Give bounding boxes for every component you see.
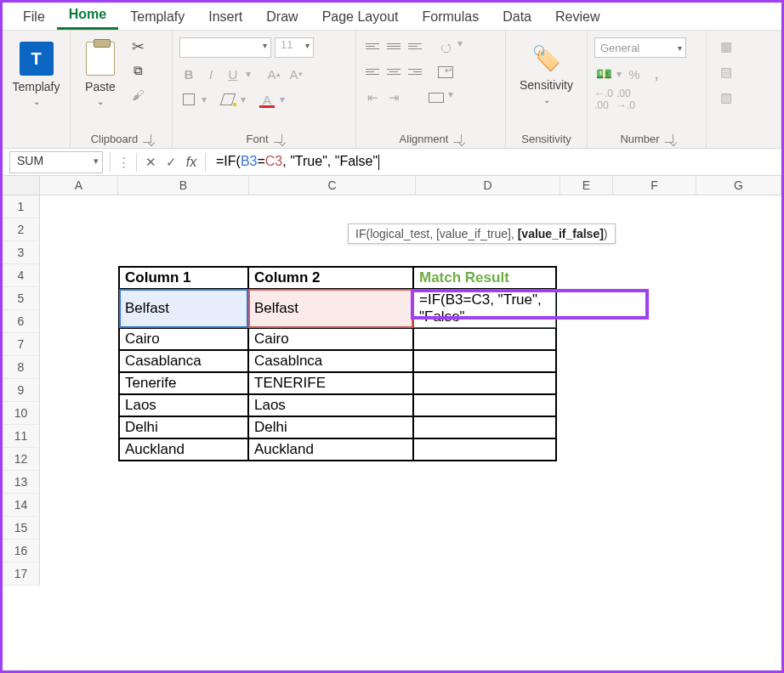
row-header-13[interactable]: 13 xyxy=(3,471,40,494)
row-header-16[interactable]: 16 xyxy=(3,540,40,563)
menu-review[interactable]: Review xyxy=(543,6,611,30)
cell-C9[interactable]: Auckland xyxy=(248,438,413,461)
format-table-icon[interactable]: ▤ xyxy=(717,63,736,82)
cell-B9[interactable]: Auckland xyxy=(119,438,248,461)
templafy-button[interactable]: T Templafy ⌄ xyxy=(7,37,65,110)
dialog-launcher-icon[interactable] xyxy=(665,134,673,143)
menu-data[interactable]: Data xyxy=(491,6,543,30)
dialog-launcher-icon[interactable] xyxy=(453,134,462,143)
table-header-match[interactable]: Match Result xyxy=(413,267,556,289)
wrap-text-button[interactable] xyxy=(436,63,455,82)
decrease-indent-button[interactable]: ⇤ xyxy=(363,88,382,107)
cell-B3[interactable]: Belfast xyxy=(119,289,248,328)
font-name-select[interactable] xyxy=(179,37,271,58)
increase-decimal-button[interactable]: ←.0.00 xyxy=(594,90,613,109)
row-header-3[interactable]: 3 xyxy=(3,241,40,264)
grow-font-button[interactable]: A▴ xyxy=(264,65,283,83)
col-header-D[interactable]: D xyxy=(416,176,560,195)
align-left-button[interactable] xyxy=(363,63,382,82)
align-top-button[interactable] xyxy=(363,37,382,56)
underline-button[interactable]: U xyxy=(224,65,242,83)
row-header-2[interactable]: 2 xyxy=(3,218,40,241)
font-color-button[interactable]: A xyxy=(258,90,276,109)
menu-insert[interactable]: Insert xyxy=(196,6,254,30)
row-header-11[interactable]: 11 xyxy=(3,425,40,448)
table-header-col1[interactable]: Column 1 xyxy=(119,267,248,289)
menu-formulas[interactable]: Formulas xyxy=(410,6,491,30)
fill-color-button[interactable] xyxy=(219,90,237,109)
col-header-A[interactable]: A xyxy=(40,176,118,195)
col-header-F[interactable]: F xyxy=(613,176,696,195)
accounting-button[interactable]: 💵 xyxy=(594,65,613,83)
conditional-format-icon[interactable]: ▦ xyxy=(717,37,736,56)
font-size-select[interactable]: 11 xyxy=(275,37,314,58)
percent-button[interactable]: % xyxy=(625,65,644,83)
paste-button[interactable]: Paste ⌄ xyxy=(77,37,123,110)
cell-D4[interactable] xyxy=(413,328,556,350)
row-header-17[interactable]: 17 xyxy=(3,563,40,585)
increase-indent-button[interactable]: ⇥ xyxy=(384,88,403,107)
name-box[interactable]: SUM xyxy=(9,151,103,173)
cell-C6[interactable]: TENERIFE xyxy=(248,372,413,394)
italic-button[interactable]: I xyxy=(202,65,220,83)
row-header-5[interactable]: 5 xyxy=(3,287,40,310)
data-table[interactable]: Column 1 Column 2 Match Result Belfast B… xyxy=(118,266,557,461)
menu-templafy[interactable]: Templafy xyxy=(118,6,196,30)
menu-file[interactable]: File xyxy=(11,6,57,30)
sensitivity-button[interactable]: 🏷️ Sensitivity ⌄ xyxy=(514,37,578,108)
cell-C7[interactable]: Laos xyxy=(248,394,413,416)
cell-C8[interactable]: Delhi xyxy=(248,416,413,438)
dialog-launcher-icon[interactable] xyxy=(274,134,282,143)
format-painter-icon[interactable]: 🖌 xyxy=(128,85,147,104)
col-header-C[interactable]: C xyxy=(249,176,416,195)
align-right-button[interactable] xyxy=(406,63,424,82)
comma-button[interactable]: , xyxy=(647,65,666,83)
cell-C4[interactable]: Cairo xyxy=(248,328,413,350)
cell-D6[interactable] xyxy=(413,372,556,394)
row-header-12[interactable]: 12 xyxy=(3,448,40,471)
merge-button[interactable] xyxy=(427,88,446,107)
table-header-col2[interactable]: Column 2 xyxy=(248,267,413,289)
row-header-6[interactable]: 6 xyxy=(3,310,40,333)
cut-icon[interactable]: ✂ xyxy=(132,37,145,56)
row-header-15[interactable]: 15 xyxy=(3,517,40,540)
cell-D9[interactable] xyxy=(413,438,556,461)
cell-B7[interactable]: Laos xyxy=(119,394,248,416)
cell-B6[interactable]: Tenerife xyxy=(119,372,248,394)
row-header-7[interactable]: 7 xyxy=(3,333,40,356)
row-header-4[interactable]: 4 xyxy=(3,264,40,287)
number-format-select[interactable]: General xyxy=(594,37,686,58)
row-header-8[interactable]: 8 xyxy=(3,356,40,379)
orientation-button[interactable]: ⭯ xyxy=(436,37,455,56)
fx-button[interactable]: fx xyxy=(181,155,202,170)
bold-button[interactable]: B xyxy=(179,65,198,83)
formula-bar[interactable]: =IF(B3=C3, "True", "False" xyxy=(209,152,781,172)
borders-button[interactable] xyxy=(179,90,198,109)
row-header-1[interactable]: 1 xyxy=(3,195,40,218)
col-header-E[interactable]: E xyxy=(560,176,613,195)
cell-styles-icon[interactable]: ▧ xyxy=(717,88,736,107)
row-header-14[interactable]: 14 xyxy=(3,494,40,517)
menu-home[interactable]: Home xyxy=(57,3,118,30)
cell-B8[interactable]: Delhi xyxy=(119,416,248,438)
col-header-G[interactable]: G xyxy=(696,176,781,195)
chevron-down-icon[interactable]: ▾ xyxy=(202,93,207,105)
cell-B4[interactable]: Cairo xyxy=(119,328,248,350)
dialog-launcher-icon[interactable] xyxy=(143,134,151,143)
cell-D7[interactable] xyxy=(413,394,556,416)
cell-C3[interactable]: Belfast xyxy=(248,289,413,328)
decrease-decimal-button[interactable]: .00→.0 xyxy=(616,90,635,109)
cell-D8[interactable] xyxy=(413,416,556,438)
shrink-font-button[interactable]: A▾ xyxy=(287,65,305,83)
cell-C5[interactable]: Casablnca xyxy=(248,350,413,372)
col-header-B[interactable]: B xyxy=(118,176,249,195)
align-bottom-button[interactable] xyxy=(406,37,424,56)
chevron-down-icon[interactable]: ▾ xyxy=(241,93,246,105)
chevron-down-icon[interactable]: ▾ xyxy=(448,88,453,107)
expand-icon[interactable]: ⋮ xyxy=(114,155,133,170)
chevron-down-icon[interactable]: ▾ xyxy=(280,93,285,105)
align-middle-button[interactable] xyxy=(384,37,403,56)
cell-D3-active[interactable]: =IF(B3=C3, "True", "False" xyxy=(413,289,556,328)
cell-B5[interactable]: Casablanca xyxy=(119,350,248,372)
align-center-button[interactable] xyxy=(384,63,403,82)
